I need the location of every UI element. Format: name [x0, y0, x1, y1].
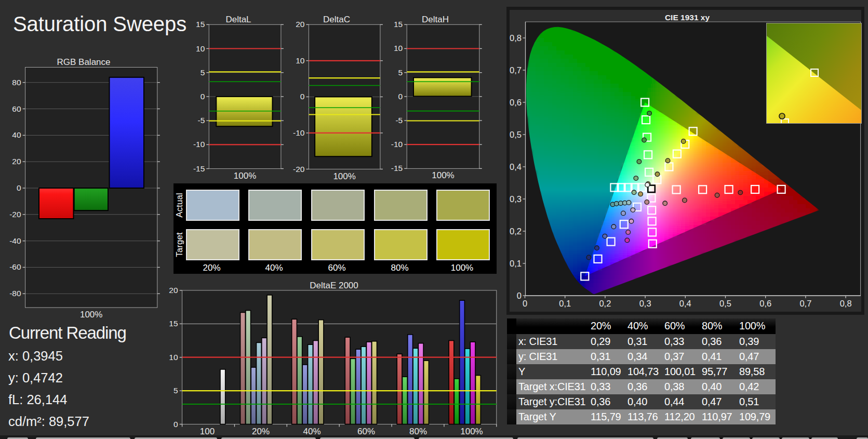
svg-text:15: 15 [394, 20, 403, 29]
svg-text:100%: 100% [234, 171, 256, 181]
svg-text:40%: 40% [303, 427, 321, 436]
svg-text:-10: -10 [293, 128, 305, 137]
svg-text:100%: 100% [432, 170, 454, 180]
svg-text:20: 20 [296, 20, 305, 29]
svg-text:DeltaH: DeltaH [422, 15, 449, 24]
svg-text:10: 10 [296, 56, 305, 65]
svg-text:15: 15 [169, 319, 178, 328]
svg-text:DeltaL: DeltaL [225, 15, 251, 24]
svg-text:-15: -15 [391, 164, 403, 172]
svg-text:0: 0 [201, 92, 205, 101]
svg-text:5: 5 [201, 68, 205, 77]
svg-text:60: 60 [12, 104, 21, 113]
svg-text:100%: 100% [460, 427, 483, 436]
svg-text:DeltaC: DeltaC [323, 15, 350, 24]
svg-text:5: 5 [398, 68, 403, 77]
svg-text:5: 5 [173, 386, 178, 395]
svg-text:10: 10 [394, 44, 403, 52]
svg-text:80: 80 [12, 78, 21, 87]
svg-text:100: 100 [200, 427, 215, 436]
svg-text:DeltaE 2000: DeltaE 2000 [310, 281, 358, 290]
svg-text:0: 0 [398, 92, 403, 101]
svg-text:20%: 20% [252, 427, 270, 436]
svg-text:0: 0 [173, 420, 178, 429]
svg-text:10: 10 [169, 353, 178, 362]
svg-text:-15: -15 [193, 164, 205, 173]
svg-text:80%: 80% [409, 427, 427, 436]
svg-text:-10: -10 [391, 140, 403, 149]
svg-text:RGB Balance: RGB Balance [57, 57, 111, 67]
svg-text:40: 40 [12, 130, 21, 139]
svg-text:100%: 100% [333, 171, 355, 181]
svg-text:15: 15 [196, 20, 205, 29]
svg-text:-40: -40 [9, 236, 21, 245]
svg-text:-10: -10 [193, 140, 205, 149]
svg-text:100%: 100% [80, 310, 102, 320]
svg-text:10: 10 [196, 44, 205, 53]
svg-text:-80: -80 [9, 289, 21, 298]
svg-text:20: 20 [169, 286, 178, 295]
svg-text:0: 0 [17, 183, 21, 192]
svg-text:-5: -5 [395, 116, 403, 125]
svg-text:-20: -20 [9, 210, 21, 219]
svg-text:60%: 60% [357, 427, 375, 436]
svg-text:-5: -5 [198, 116, 205, 125]
svg-text:0: 0 [300, 92, 305, 101]
svg-text:20: 20 [12, 157, 21, 166]
svg-text:-60: -60 [9, 262, 21, 271]
svg-text:-20: -20 [293, 165, 305, 174]
